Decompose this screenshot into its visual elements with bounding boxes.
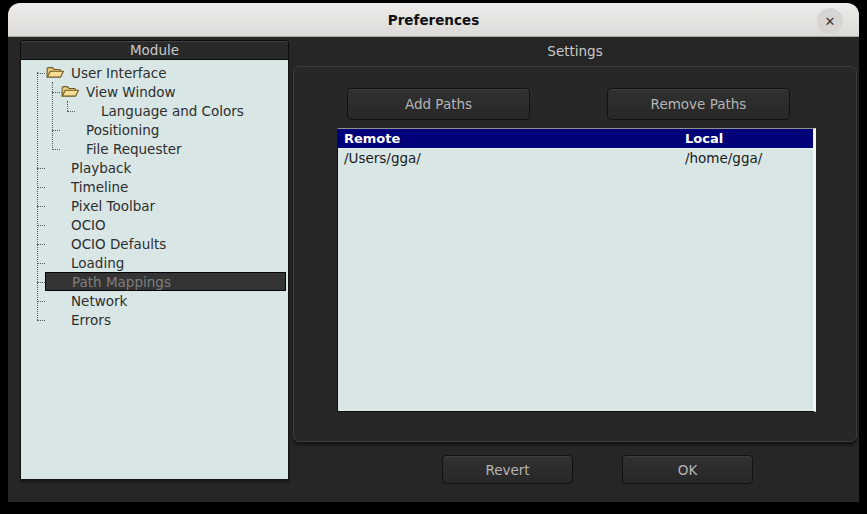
tree-item-body: Loading	[45, 253, 124, 272]
tree-connector-stub	[37, 301, 45, 302]
tree-item-path-mappings[interactable]: Path Mappings	[21, 272, 288, 291]
tree-item-body: Network	[45, 291, 127, 310]
tree-item-body: Playback	[45, 158, 131, 177]
tree-item-label: File Requester	[86, 141, 182, 157]
tree-item-timeline[interactable]: Timeline	[21, 177, 288, 196]
preferences-window: Preferences ✕ Module User InterfaceView …	[8, 3, 859, 502]
tree-connector-stub	[37, 168, 45, 169]
tree-connector-stub	[37, 282, 45, 283]
tree-item-body: View Window	[60, 82, 176, 101]
title-bar[interactable]: Preferences ✕	[8, 3, 859, 37]
open-folder-icon	[45, 66, 71, 79]
tree-item-loading[interactable]: Loading	[21, 253, 288, 272]
tree-item-label: Network	[71, 293, 127, 309]
tree-connector-stub	[37, 320, 45, 321]
settings-panel-header: Settings	[293, 43, 857, 61]
tree-item-ocio[interactable]: OCIO	[21, 215, 288, 234]
column-header-remote: Remote	[338, 129, 679, 148]
tree-connector-stub	[37, 244, 45, 245]
tree-connector-stub	[67, 111, 75, 112]
cell-local: /home/gga/	[679, 149, 813, 167]
tree-connector-stub	[37, 73, 45, 74]
tree-item-network[interactable]: Network	[21, 291, 288, 310]
column-header-local: Local	[679, 129, 813, 148]
tree-item-label: OCIO Defaults	[71, 236, 166, 252]
tree-connector-stub	[52, 92, 60, 93]
tree-item-user-interface[interactable]: User Interface	[21, 63, 288, 82]
tree-item-body: Pixel Toolbar	[45, 196, 155, 215]
remove-paths-button[interactable]: Remove Paths	[607, 88, 790, 120]
cell-remote: /Users/gga/	[338, 149, 679, 167]
tree-item-label: Pixel Toolbar	[71, 198, 155, 214]
tree-connector-stub	[37, 263, 45, 264]
tree-item-body: Timeline	[45, 177, 128, 196]
tree-item-body: Errors	[45, 310, 111, 329]
tree-item-label: Errors	[71, 312, 111, 328]
tree-item-view-window[interactable]: View Window	[21, 82, 288, 101]
tree-item-label: User Interface	[71, 65, 167, 81]
tree-item-file-requester[interactable]: File Requester	[21, 139, 288, 158]
table-body: /Users/gga//home/gga/	[338, 149, 813, 167]
table-header-row: Remote Local	[338, 129, 813, 149]
tree-item-body: OCIO Defaults	[45, 234, 166, 253]
tree-item-ocio-defaults[interactable]: OCIO Defaults	[21, 234, 288, 253]
tree-item-positioning[interactable]: Positioning	[21, 120, 288, 139]
tree-connector-stub	[37, 187, 45, 188]
revert-button[interactable]: Revert	[442, 455, 573, 484]
tree-item-body: File Requester	[60, 139, 182, 158]
tree-item-label: View Window	[86, 84, 176, 100]
tree-connector-stub	[52, 130, 60, 131]
window-title: Preferences	[388, 12, 479, 28]
ok-button[interactable]: OK	[622, 455, 753, 484]
tree-item-body: Positioning	[60, 120, 159, 139]
tree-connector-stub	[52, 149, 60, 150]
tree-item-label: Playback	[71, 160, 131, 176]
tree-item-playback[interactable]: Playback	[21, 158, 288, 177]
module-tree: User InterfaceView WindowLanguage and Co…	[21, 60, 288, 479]
tree-item-language-and-colors[interactable]: Language and Colors	[21, 101, 288, 120]
close-icon[interactable]: ✕	[817, 8, 843, 34]
module-panel-header: Module	[20, 40, 289, 60]
tree-item-label: Loading	[71, 255, 124, 271]
tree-item-label: Timeline	[71, 179, 128, 195]
tree-item-label: Positioning	[86, 122, 159, 138]
table-row[interactable]: /Users/gga//home/gga/	[338, 149, 813, 167]
tree-connector-stub	[37, 225, 45, 226]
tree-item-label: Path Mappings	[72, 274, 171, 290]
tree-item-pixel-toolbar[interactable]: Pixel Toolbar	[21, 196, 288, 215]
tree-item-body: OCIO	[45, 215, 106, 234]
path-mapping-table[interactable]: Remote Local /Users/gga//home/gga/	[337, 128, 816, 412]
tree-item-body: User Interface	[45, 63, 167, 82]
open-folder-icon	[60, 85, 86, 98]
tree-item-label: OCIO	[71, 217, 106, 233]
tree-connector-stub	[37, 206, 45, 207]
tree-item-errors[interactable]: Errors	[21, 310, 288, 329]
module-tree-panel[interactable]: User InterfaceView WindowLanguage and Co…	[20, 60, 289, 480]
add-paths-button[interactable]: Add Paths	[347, 88, 530, 120]
tree-item-body: Path Mappings	[45, 272, 286, 291]
tree-item-body: Language and Colors	[75, 101, 244, 120]
tree-item-label: Language and Colors	[101, 103, 244, 119]
